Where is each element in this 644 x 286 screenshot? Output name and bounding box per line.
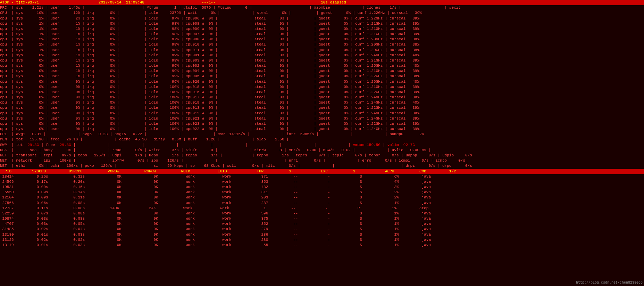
watermark: http://blog.csdn.net/chen8238065 <box>576 280 643 285</box>
terminal-content: ATOP - tjtx-93-71 2017/08/14 21:09:48 --… <box>0 0 644 248</box>
terminal: ATOP - tjtx-93-71 2017/08/14 21:09:48 --… <box>0 0 644 248</box>
